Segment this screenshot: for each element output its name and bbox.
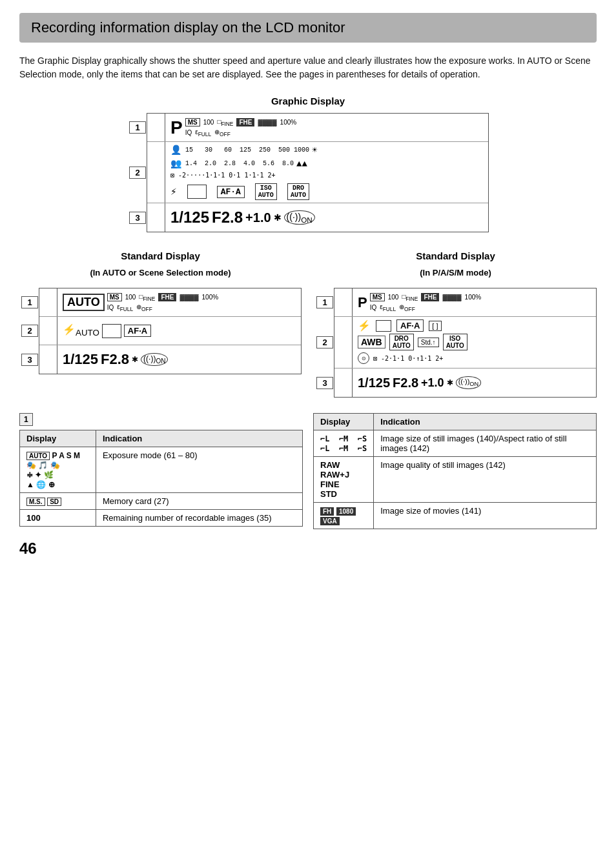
count-indication: Remaining number of recordable images (3… <box>96 510 302 527</box>
pasm-row1-top: MS 100 □FINE FHE ▓▓▓▓ 100% <box>370 293 481 302</box>
graphic-row-2: 2 👤 15 30 60 125 250 500 1000 ☀ 👥 1.4 2.… <box>147 142 488 203</box>
standard-pasm-col: Standard Display (In P/A/S/M mode) 1 P M… <box>314 250 597 398</box>
auto-row1-content: AUTO MS 100 □FINE FHE ▓▓▓▓ 100% IQ εFU <box>57 288 301 316</box>
pasm-row-1: 1 P MS 100 □FINE FHE ▓▓▓▓ 100% <box>334 288 596 317</box>
person-icon: 👤 <box>170 145 181 156</box>
auto-steadyshot: ((·))ON <box>141 353 168 366</box>
auto-row2-content: ⚡AUTO AF·A <box>57 317 301 345</box>
movie-size-display: FH 1080 VGA <box>314 503 374 529</box>
row-num-3: 3 <box>147 203 165 232</box>
auto-flash: ⚡AUTO <box>63 323 99 338</box>
right-data-table: Display Indication ⌐L ⌐M ⌐S ⌐L ⌐M ⌐S Ima… <box>313 413 597 529</box>
auto-quality: □FINE <box>139 293 155 302</box>
pasm-shutter: 1/125 <box>358 376 390 390</box>
pasm-steadyshot: ((·))ON <box>456 376 481 389</box>
auto-row-label-2: 2 <box>21 325 38 337</box>
info-tables: 1 Display Indication AUTO P A S M 🎭 🎵 🎭 … <box>19 413 597 529</box>
pasm-row-num-3: 3 <box>334 368 353 397</box>
row2-icons: ⚡ AF·A ISOAUTO DROAUTO <box>170 183 309 200</box>
pasm-iso: ISOAUTO <box>443 334 467 350</box>
metering-box <box>187 185 207 199</box>
standard-pasm-subtitle: (In P/A/S/M mode) <box>314 268 597 278</box>
pasm-row-2: 2 ⚡ AF·A [ ] AWB DROAUTO Std.↑ ISOAUTO <box>334 317 596 368</box>
ms-badge: MS <box>185 118 200 126</box>
graphic-row-3: 3 1/125 F2.8 +1.0 ✱ ((·))ON <box>147 203 488 232</box>
graphic-display-title: Graphic Display <box>19 96 597 106</box>
graphic-display-panel: 1 P MS 100 □FINE FHE ▓▓▓▓ 100% <box>127 113 489 232</box>
ev-comp: +1.0 <box>245 210 271 225</box>
page-number: 46 <box>19 540 597 558</box>
1080-sym: 1080 <box>336 507 356 516</box>
pasm-row-label-3: 3 <box>316 377 333 389</box>
pasm-af-a: AF·A <box>396 319 424 332</box>
right-table-wrap: Display Indication ⌐L ⌐M ⌐S ⌐L ⌐M ⌐S Ima… <box>313 413 597 529</box>
battery-pct: 100% <box>280 119 297 126</box>
row-label-1: 1 <box>129 121 146 134</box>
auto-row1-top: MS 100 □FINE FHE ▓▓▓▓ 100% <box>107 293 218 302</box>
pasm-dro: DROAUTO <box>389 334 414 350</box>
row-num-1: 1 <box>147 114 165 141</box>
left-col-indication: Indication <box>96 430 302 447</box>
pasm-star: ✱ <box>447 378 453 387</box>
standard-displays: Standard Display (In AUTO or Scene Selec… <box>19 250 597 398</box>
table-row: AUTO P A S M 🎭 🎵 🎭 ≑ ✦ 🌿 ▲ 🌐 ⊕ Exposure … <box>20 447 303 493</box>
ev-scale: ⊠ -2·····1·1·1 0·1 1·1·1 2+ <box>170 172 276 179</box>
af-a-box: AF·A <box>217 186 245 198</box>
off-icon: ⊕OFF <box>214 128 231 137</box>
exposure-indication: Exposure mode (61 – 80) <box>96 447 302 493</box>
table-row: ⌐L ⌐M ⌐S ⌐L ⌐M ⌐S Image size of still im… <box>314 430 597 457</box>
mode-indicator: P <box>170 117 183 138</box>
mode-symbols: AUTO P A S M 🎭 🎵 🎭 ≑ ✦ 🌿 ▲ 🌐 ⊕ <box>26 451 80 489</box>
auto-row1-info: MS 100 □FINE FHE ▓▓▓▓ 100% IQ εFULL ⊕OFF <box>107 293 218 312</box>
pasm-row1-info: MS 100 □FINE FHE ▓▓▓▓ 100% IQ εFULL ⊕OFF <box>370 293 481 312</box>
standard-auto-title: Standard Display <box>19 250 302 261</box>
auto-ms-badge: MS <box>107 293 122 301</box>
ms-sym: M.S. <box>26 498 45 506</box>
auto-row3-content: 1/125 F2.8 ✱ ((·))ON <box>57 345 301 374</box>
image-size-display: ⌐L ⌐M ⌐S ⌐L ⌐M ⌐S <box>314 430 374 457</box>
graphic-row-1: 1 P MS 100 □FINE FHE ▓▓▓▓ 100% <box>147 114 488 142</box>
graphic-row2-content: 👤 15 30 60 125 250 500 1000 ☀ 👥 1.4 2.0 … <box>165 142 488 203</box>
iso-box: ISOAUTO <box>255 183 277 200</box>
left-data-table: Display Indication AUTO P A S M 🎭 🎵 🎭 ≑ … <box>19 430 303 527</box>
battery-icon: ▓▓▓▓ <box>258 119 276 126</box>
auto-row-num-3: 3 <box>39 345 57 374</box>
auto-row-1: 1 AUTO MS 100 □FINE FHE ▓▓▓▓ 100% <box>39 288 301 317</box>
table-row: RAWRAW+JFINESTD Image quality of still i… <box>314 457 597 503</box>
pasm-row-label-2: 2 <box>316 336 333 348</box>
pasm-fhe: FHE <box>421 293 439 301</box>
size-symbols: ⌐L ⌐M ⌐S ⌐L ⌐M ⌐S <box>320 434 367 453</box>
pasm-battery-bar: ▓▓▓▓ <box>442 294 461 301</box>
row-num-2: 2 <box>147 142 165 203</box>
steadyshot-icon: ((·))ON <box>284 210 315 225</box>
vga-sym: VGA <box>320 517 340 525</box>
table-row: FH 1080 VGA Image size of movies (141) <box>314 503 597 529</box>
table-row: 100 Remaining number of recordable image… <box>20 510 303 527</box>
page-title: Recording information display on the LCD… <box>31 19 585 36</box>
pasm-row-label-1: 1 <box>316 296 333 308</box>
pasm-quality: □FINE <box>402 293 418 302</box>
auto-off: ⊕OFF <box>136 303 152 312</box>
auto-row-label-1: 1 <box>21 296 38 308</box>
auto-rect <box>102 324 121 338</box>
count-display: 100 <box>20 510 96 527</box>
shutter-speed: 1/125 <box>170 208 209 227</box>
auto-star: ✱ <box>132 355 138 364</box>
pasm-bracket: [ ] <box>429 321 441 331</box>
pasm-off: ⊕OFF <box>399 303 415 312</box>
auto-battery-pct: 100% <box>202 294 219 301</box>
auto-row-2: 2 ⚡AUTO AF·A <box>39 317 301 345</box>
pasm-flash: ⚡ <box>358 319 371 332</box>
auto-iq: IQ <box>107 304 114 311</box>
eps-full: εFULL <box>195 128 211 137</box>
shutter-scale: 👤 15 30 60 125 250 500 1000 ☀ <box>170 145 317 156</box>
pasm-row1-content: P MS 100 □FINE FHE ▓▓▓▓ 100% IQ εFULL <box>353 288 596 316</box>
pasm-mode: P <box>358 294 367 311</box>
page-header: Recording information display on the LCD… <box>19 13 597 43</box>
pasm-row3-content: 1/125 F2.8 +1.0 ✱ ((·))ON <box>353 368 596 397</box>
auto-battery-bar: ▓▓▓▓ <box>180 294 198 301</box>
fhe-badge: FHE <box>236 118 254 126</box>
auto-shutter: 1/125 <box>63 351 98 368</box>
graphic-display-section: Graphic Display 1 P MS 100 □FINE FHE <box>19 96 597 232</box>
memory-indication: Memory card (27) <box>96 493 302 510</box>
